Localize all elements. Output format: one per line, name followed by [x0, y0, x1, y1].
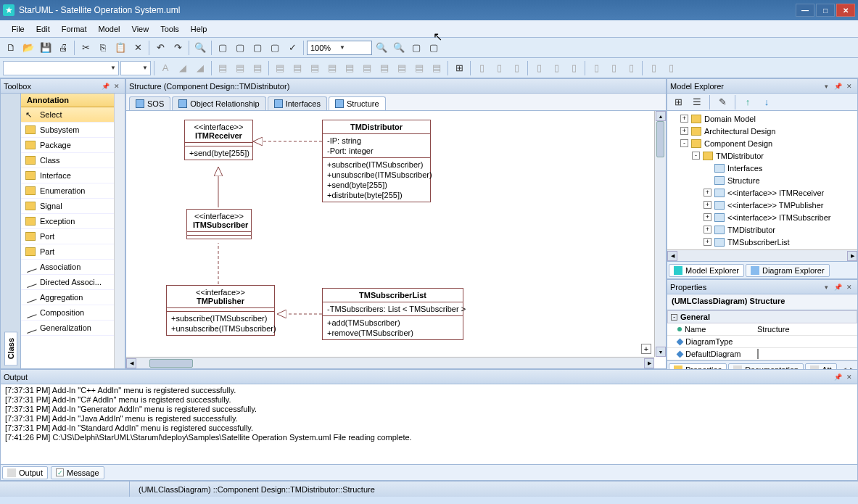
toolbox-item-directed-associ-[interactable]: Directed Associ... — [21, 275, 114, 290]
toolbox-item-composition[interactable]: Composition — [21, 305, 114, 321]
zoom-fit-icon[interactable]: ▢ — [408, 40, 424, 56]
toolbox-scrollbar[interactable] — [114, 94, 125, 368]
align-center-icon[interactable]: ▤ — [232, 60, 248, 76]
layout-icon-10[interactable]: ▤ — [429, 60, 445, 76]
menu-view[interactable]: View — [126, 22, 155, 36]
close-button[interactable]: ✕ — [836, 4, 855, 17]
layout-icon-8[interactable]: ▤ — [394, 60, 410, 76]
toolbox-item-signal[interactable]: Signal — [21, 199, 114, 214]
toolbox-item-select[interactable]: ↖Select — [21, 107, 114, 123]
default-diagram-checkbox[interactable] — [757, 349, 759, 359]
explorer-pin-icon[interactable]: 📌 — [833, 81, 843, 91]
zoom-out-icon[interactable]: 🔍 — [374, 40, 389, 56]
tree-toggle-icon[interactable]: + — [704, 238, 711, 246]
menu-tools[interactable]: Tools — [154, 22, 185, 36]
size-combo[interactable]: ▼ — [120, 61, 151, 75]
tree-toggle-icon[interactable]: - — [692, 152, 700, 160]
align-right-icon[interactable]: ▤ — [249, 60, 265, 76]
menu-model[interactable]: Model — [93, 22, 126, 36]
layout-icon-1[interactable]: ▤ — [272, 60, 288, 76]
print-icon[interactable]: 🖨 — [55, 40, 71, 56]
layout-icon-5[interactable]: ▤ — [342, 60, 358, 76]
find-icon[interactable]: 🔍 — [192, 40, 208, 56]
tree-toggle-icon[interactable]: + — [704, 226, 711, 234]
copy-icon[interactable]: ⎘ — [95, 40, 111, 56]
tool-icon-4[interactable]: ▢ — [267, 40, 283, 56]
toolbox-item-part[interactable]: Part — [21, 244, 114, 260]
toolbox-item-class[interactable]: Class — [21, 153, 114, 168]
tree-node[interactable]: +Domain Model — [669, 112, 856, 125]
uml-class-itmsubscriber[interactable]: <<interface>>ITMSubscriber — [186, 209, 252, 239]
diagram-canvas[interactable]: <<interface>>ITMReceiver +send(byte[255]… — [126, 111, 666, 368]
diagram-tab-structure[interactable]: Structure — [329, 96, 386, 110]
align-btn-8[interactable]: ▯ — [606, 60, 622, 76]
paste-icon[interactable]: 📋 — [112, 40, 128, 56]
toolbox-item-port[interactable]: Port — [21, 229, 114, 244]
fill-color-icon[interactable]: ◢ — [175, 60, 191, 76]
tree-node[interactable]: +TMDistributor — [669, 223, 856, 236]
explorer-menu-icon[interactable]: ▾ — [821, 81, 831, 91]
toolbox-item-package[interactable]: Package — [21, 138, 114, 153]
align-btn-6[interactable]: ▯ — [566, 60, 582, 76]
tab-model-explorer[interactable]: Model Explorer — [669, 264, 744, 277]
model-tree[interactable]: +Domain Model+Architectural Design-Compo… — [667, 111, 857, 249]
open-icon[interactable]: 📂 — [20, 40, 36, 56]
toolbox-item-association[interactable]: Association — [21, 260, 114, 275]
zoom-combo[interactable]: 100%▼ — [307, 41, 372, 55]
toolbox-item-generalization[interactable]: Generalization — [21, 321, 114, 336]
tree-node[interactable]: Structure — [669, 174, 856, 186]
diagram-icon-1[interactable]: ⊞ — [451, 60, 467, 76]
toolbox-item-interface[interactable]: Interface — [21, 168, 114, 183]
font-color-icon[interactable]: A — [157, 60, 173, 76]
align-btn-10[interactable]: ▯ — [645, 60, 661, 76]
expand-icon[interactable]: + — [641, 344, 651, 354]
tree-toggle-icon[interactable]: + — [704, 189, 711, 197]
tool-icon-2[interactable]: ▢ — [232, 40, 248, 56]
align-btn-11[interactable]: ▯ — [663, 60, 679, 76]
align-btn-1[interactable]: ▯ — [474, 60, 490, 76]
new-icon[interactable]: 🗋 — [3, 40, 19, 56]
toolbox-item-exception[interactable]: Exception — [21, 214, 114, 229]
tree-node[interactable]: +Architectural Design — [669, 125, 856, 137]
layout-icon-9[interactable]: ▤ — [411, 60, 427, 76]
toolbox-item-enumeration[interactable]: Enumeration — [21, 183, 114, 199]
tree-node[interactable]: -TMDistributor — [669, 149, 856, 162]
layout-icon-4[interactable]: ▤ — [324, 60, 340, 76]
toolbox-section-header[interactable]: Annotation — [21, 94, 114, 107]
save-icon[interactable]: 💾 — [38, 40, 54, 56]
line-color-icon[interactable]: ◢ — [192, 60, 208, 76]
toolbox-tab-class[interactable]: Class — [4, 331, 17, 365]
tree-toggle-icon[interactable]: + — [704, 213, 711, 221]
explorer-tool-1[interactable]: ⊞ — [670, 94, 686, 110]
toolbox-item-aggregation[interactable]: Aggregation — [21, 290, 114, 305]
output-text[interactable]: [7:37:31 PM] Add-In "C++ AddIn" menu is … — [1, 384, 857, 464]
cut-icon[interactable]: ✂ — [78, 40, 94, 56]
menu-edit[interactable]: Edit — [30, 22, 56, 36]
prop-row-defaultdiagram[interactable]: DefaultDiagram — [667, 348, 857, 360]
output-close-icon[interactable]: ✕ — [844, 372, 854, 382]
tool-icon-3[interactable]: ▢ — [249, 40, 265, 56]
align-btn-7[interactable]: ▯ — [588, 60, 604, 76]
tree-node[interactable]: +TMSubscriberList — [669, 236, 856, 248]
props-close-icon[interactable]: ✕ — [844, 282, 854, 292]
pin-icon[interactable]: 📌 — [100, 81, 110, 91]
tool-icon-5[interactable]: ✓ — [284, 40, 300, 56]
zoom-in-icon[interactable]: 🔍 — [391, 40, 407, 56]
explorer-up-icon[interactable]: ↑ — [740, 94, 756, 110]
toolbox-item-subsystem[interactable]: Subsystem — [21, 123, 114, 138]
layout-icon-3[interactable]: ▤ — [307, 60, 323, 76]
tree-node[interactable]: +<<interface>> ITMReceiver — [669, 186, 856, 199]
prop-row-name[interactable]: Name Structure — [667, 323, 857, 336]
align-btn-3[interactable]: ▯ — [508, 60, 524, 76]
properties-grid[interactable]: -General Name Structure DiagramType Defa… — [667, 310, 857, 360]
uml-class-tmpublisher[interactable]: <<interface>>TMPublisher +subscribe(ITMS… — [166, 285, 275, 336]
diagram-tab-interfaces[interactable]: Interfaces — [268, 96, 327, 110]
tree-toggle-icon[interactable]: + — [704, 201, 711, 209]
diagram-tab-sos[interactable]: SOS — [129, 96, 170, 110]
layout-icon-2[interactable]: ▤ — [289, 60, 305, 76]
align-left-icon[interactable]: ▤ — [215, 60, 231, 76]
zoom-page-icon[interactable]: ▢ — [426, 40, 442, 56]
minimize-button[interactable]: — — [796, 4, 814, 17]
canvas-scrollbar-vertical[interactable]: ▲ ▼ — [654, 111, 666, 357]
tree-node[interactable]: +<<interface>> TMPublisher — [669, 199, 856, 211]
